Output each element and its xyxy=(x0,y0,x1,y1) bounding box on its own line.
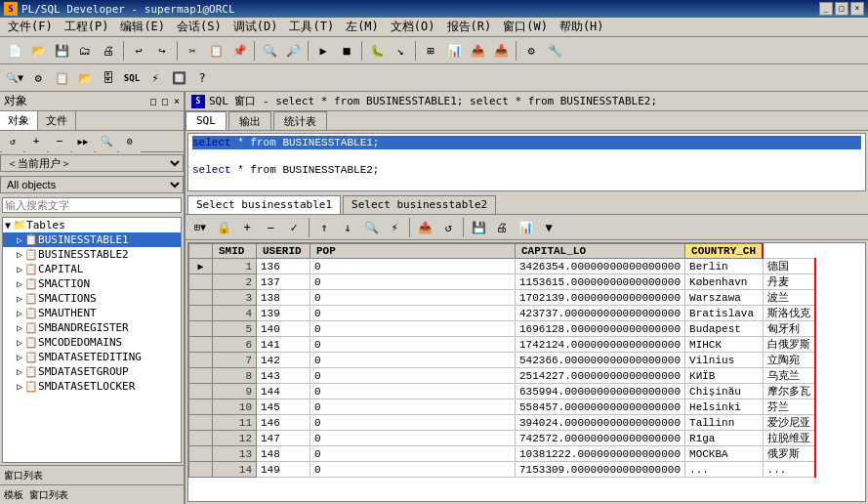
save-all-button[interactable]: 🗂 xyxy=(74,40,96,62)
tree-item-smaction[interactable]: ▷ 📋 SMACTION xyxy=(3,276,181,291)
settings-button[interactable]: ⚙ xyxy=(520,40,542,62)
col-header-pop[interactable]: POP xyxy=(310,244,516,259)
import-button[interactable]: 📥 xyxy=(490,40,512,62)
new-file-button[interactable]: 📄 xyxy=(4,40,25,62)
tree-item-smactions[interactable]: ▷ 📋 SMACTIONS xyxy=(3,291,181,306)
maximize-button[interactable]: □ xyxy=(835,2,848,16)
minimize-button[interactable]: _ xyxy=(819,2,833,16)
table-row[interactable]: 5 140 0 1696128.00000000000000000 Budape… xyxy=(189,321,815,337)
menu-reports[interactable]: 报告(R) xyxy=(441,17,498,37)
menu-session[interactable]: 会话(S) xyxy=(171,17,227,37)
col-header-country[interactable]: COUNTRY_CH xyxy=(685,244,764,259)
tree-item-businesstable2[interactable]: ▷ 📋 BUSINESSTABLE2 xyxy=(3,247,181,262)
proc-button[interactable]: ⚡ xyxy=(145,67,166,89)
search-tb-button[interactable]: 🔍▼ xyxy=(4,67,25,89)
result-tab-2[interactable]: Select businesstable2 xyxy=(343,195,496,214)
debug-button[interactable]: 🐛 xyxy=(366,40,388,62)
chart-button[interactable]: 📊 xyxy=(443,40,465,62)
tree-item-smdatasetgroup[interactable]: ▷ 📋 SMDATASETGROUP xyxy=(3,364,181,379)
table-row[interactable]: 12 147 0 742572.000000000000000000 Rīga … xyxy=(189,431,815,446)
sort-desc-btn[interactable]: ↓ xyxy=(337,217,358,238)
tab-button[interactable]: 🔲 xyxy=(168,67,189,89)
save-data-btn[interactable]: 💾 xyxy=(468,217,489,238)
remove-btn[interactable]: − xyxy=(49,131,70,152)
table-row[interactable]: 10 145 0 558457.000000000000000000 Helsi… xyxy=(189,399,815,415)
tab-statistics[interactable]: 统计表 xyxy=(273,111,327,130)
menu-left[interactable]: 左(M) xyxy=(340,17,385,37)
object-button[interactable]: ⚙ xyxy=(27,67,49,89)
bottom-template-label[interactable]: 模板 xyxy=(4,488,23,502)
result-tab-1[interactable]: Select businesstable1 xyxy=(187,195,341,214)
data-grid-container[interactable]: SMID USERID POP CAPITAL_LO COUNTRY_CH ▶ … xyxy=(187,242,866,502)
search-obj-btn[interactable]: 🔍 xyxy=(96,131,117,152)
tab-objects[interactable]: 对象 xyxy=(0,111,38,130)
grid-view-btn[interactable]: ⊞▼ xyxy=(189,217,211,238)
copy-button[interactable]: 📋 xyxy=(205,40,227,62)
table-row[interactable]: 14 149 0 7153309.00000000000000000 ... .… xyxy=(189,462,815,478)
tab-output[interactable]: 输出 xyxy=(228,111,271,130)
filter-btn[interactable]: ▶▶ xyxy=(72,131,94,152)
export-data-btn[interactable]: 📤 xyxy=(414,217,435,238)
more-btn[interactable]: ▼ xyxy=(538,217,559,238)
tree-item-smbandregister[interactable]: ▷ 📋 SMBANDREGISTER xyxy=(3,320,181,335)
delete-row-btn[interactable]: − xyxy=(260,217,281,238)
help-tb-button[interactable]: ? xyxy=(191,67,213,89)
grid-button[interactable]: ⊞ xyxy=(420,40,441,62)
menu-tools[interactable]: 工具(T) xyxy=(283,17,340,37)
table-row[interactable]: 11 146 0 394024.000000000000000000 Talli… xyxy=(189,415,815,431)
table-row[interactable]: ▶ 1 136 0 3426354.00000000000000000 Berl… xyxy=(189,259,815,274)
config-obj-btn[interactable]: ⚙ xyxy=(119,131,141,152)
user-dropdown[interactable]: ＜当前用户＞ xyxy=(0,154,184,172)
refresh-btn[interactable]: ↺ xyxy=(2,131,23,152)
find2-button[interactable]: 🔎 xyxy=(282,40,304,62)
tree-item-smcodedomains[interactable]: ▷ 📋 SMCODEDOMAINS xyxy=(3,335,181,350)
redo-button[interactable]: ↪ xyxy=(151,40,173,62)
step-button[interactable]: ↘ xyxy=(390,40,411,62)
close-button[interactable]: × xyxy=(850,2,864,16)
col-header-smid[interactable]: SMID xyxy=(213,244,257,259)
print-button[interactable]: 🖨 xyxy=(98,40,119,62)
menu-help[interactable]: 帮助(H) xyxy=(554,17,610,37)
paste-button[interactable]: 📌 xyxy=(228,40,250,62)
open-button[interactable]: 📂 xyxy=(27,40,49,62)
lock-btn[interactable]: 🔒 xyxy=(213,217,234,238)
undo-button[interactable]: ↩ xyxy=(128,40,149,62)
chart-data-btn[interactable]: 📊 xyxy=(515,217,536,238)
tree-item-businesstable1[interactable]: ▷ 📋 BUSINESSTABLE1 xyxy=(3,232,181,247)
col-header-userid[interactable]: USERID xyxy=(257,244,310,259)
check-btn[interactable]: ✓ xyxy=(283,217,305,238)
stop-button[interactable]: ■ xyxy=(336,40,357,62)
obj3-button[interactable]: 📂 xyxy=(74,67,96,89)
refresh-data-btn[interactable]: ↺ xyxy=(437,217,459,238)
menu-docs[interactable]: 文档(O) xyxy=(385,17,441,37)
object-search-input[interactable] xyxy=(2,197,182,213)
menu-window[interactable]: 窗口(W) xyxy=(497,17,554,37)
compile-button[interactable]: ▶ xyxy=(312,40,334,62)
tree-item-capital[interactable]: ▷ 📋 CAPITAL xyxy=(3,262,181,276)
tab-sql[interactable]: SQL xyxy=(186,111,227,130)
table-row[interactable]: 8 143 0 2514227.00000000000000000 КИЇВ 乌… xyxy=(189,368,815,384)
db-button[interactable]: 🗄 xyxy=(98,67,119,89)
table-row[interactable]: 2 137 0 1153615.00000000000000000 Københ… xyxy=(189,274,815,290)
sort-asc-btn[interactable]: ↑ xyxy=(313,217,335,238)
menu-edit[interactable]: 编辑(E) xyxy=(114,17,171,37)
print-data-btn[interactable]: 🖨 xyxy=(491,217,513,238)
cut-button[interactable]: ✂ xyxy=(182,40,203,62)
tree-item-smdatasetediting[interactable]: ▷ 📋 SMDATASETEDITING xyxy=(3,350,181,364)
menu-project[interactable]: 工程(P) xyxy=(59,17,115,37)
export-button[interactable]: 📤 xyxy=(467,40,488,62)
table-row[interactable]: 13 148 0 10381222.0000000000000000 МОСКВ… xyxy=(189,446,815,462)
tree-item-smauthent[interactable]: ▷ 📋 SMAUTHENT xyxy=(3,306,181,320)
table-row[interactable]: 4 139 0 423737.000000000000000000 Bratis… xyxy=(189,306,815,321)
sql-editor[interactable]: select * from BUSINESSTABLE1; select * f… xyxy=(187,133,866,191)
table-row[interactable]: 7 142 0 542366.000000000000000000 Vilniu… xyxy=(189,353,815,368)
tree-item-smdatasetlocker[interactable]: ▷ 📋 SMDATASETLOCKER xyxy=(3,379,181,394)
table-row[interactable]: 6 141 0 1742124.00000000000000000 МІНСК … xyxy=(189,337,815,353)
sql-btn2[interactable]: SQL xyxy=(121,67,143,89)
col-header-capital[interactable]: CAPITAL_LO xyxy=(516,244,685,259)
add-btn[interactable]: + xyxy=(25,131,47,152)
misc-button[interactable]: 🔧 xyxy=(544,40,565,62)
save-button[interactable]: 💾 xyxy=(51,40,72,62)
find-button[interactable]: 🔍 xyxy=(259,40,280,62)
find-row-btn[interactable]: 🔍 xyxy=(360,217,382,238)
